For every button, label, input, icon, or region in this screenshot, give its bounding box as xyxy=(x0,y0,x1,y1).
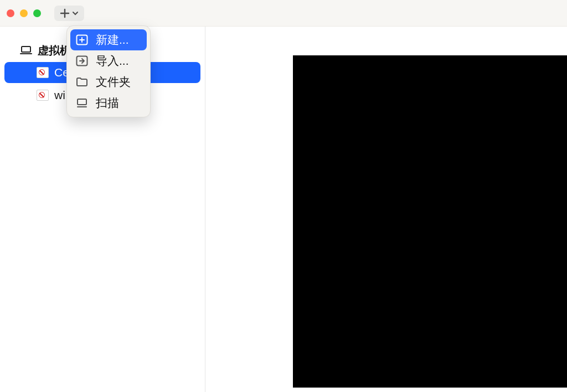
scan-icon xyxy=(76,97,88,109)
vm-file-icon xyxy=(37,67,49,78)
plus-box-icon xyxy=(76,34,88,45)
plus-icon xyxy=(60,8,70,18)
sidebar-item-label: wi xyxy=(54,89,65,102)
svg-rect-3 xyxy=(22,47,30,52)
add-dropdown-menu: 新建... 导入... 文件夹 扫描 xyxy=(66,25,151,117)
vm-file-icon xyxy=(37,90,49,101)
menu-item-scan[interactable]: 扫描 xyxy=(70,92,147,114)
import-icon xyxy=(76,55,88,66)
menu-item-label: 扫描 xyxy=(96,95,119,111)
sidebar-group-label: 虚拟机 xyxy=(38,43,71,58)
menu-item-label: 新建... xyxy=(96,32,129,48)
window-controls xyxy=(7,9,41,17)
laptop-icon xyxy=(20,45,32,56)
main-pane xyxy=(205,27,567,392)
menu-item-new[interactable]: 新建... xyxy=(70,29,147,50)
folder-icon xyxy=(76,76,88,87)
titlebar: 新建... 导入... 文件夹 扫描 xyxy=(0,0,567,27)
menu-item-folder[interactable]: 文件夹 xyxy=(70,71,147,92)
zoom-window-button[interactable] xyxy=(33,9,41,17)
menu-item-label: 文件夹 xyxy=(96,74,131,90)
svg-rect-2 xyxy=(78,99,86,105)
minimize-window-button[interactable] xyxy=(20,9,28,17)
chevron-down-icon xyxy=(72,10,79,17)
add-menu-button[interactable] xyxy=(54,6,84,21)
vm-preview xyxy=(293,55,567,388)
menu-item-label: 导入... xyxy=(96,53,129,69)
menu-item-import[interactable]: 导入... xyxy=(70,50,147,71)
close-window-button[interactable] xyxy=(7,9,14,17)
